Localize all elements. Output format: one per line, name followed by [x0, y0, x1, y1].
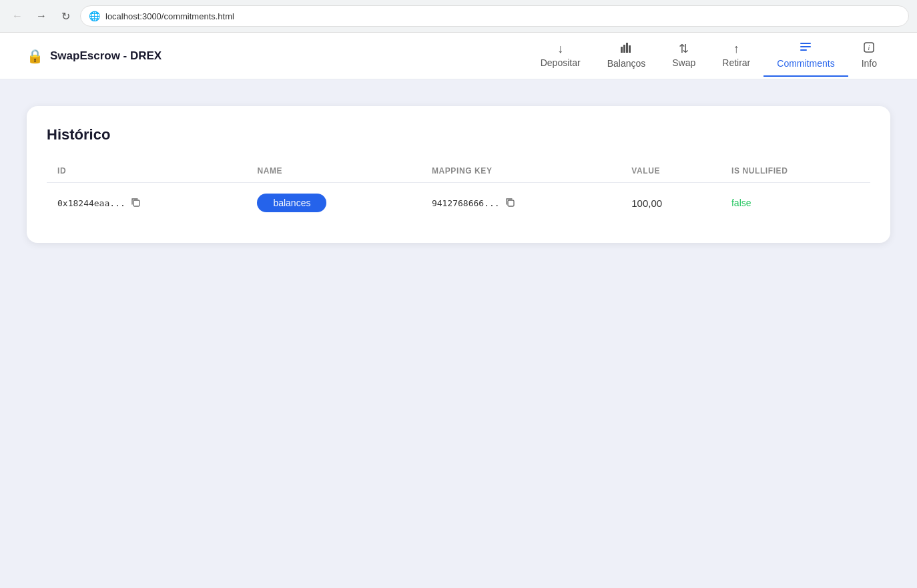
- svg-rect-10: [508, 200, 514, 206]
- name-badge: balances: [257, 194, 326, 212]
- svg-rect-9: [133, 200, 139, 206]
- copy-id-button[interactable]: [131, 198, 140, 209]
- cell-is-nullified: false: [721, 183, 870, 224]
- value-display: 100,00: [631, 198, 662, 209]
- copy-mapping-key-button[interactable]: [505, 198, 515, 209]
- nav-menu: ↓ Depositar Balanços ⇅ Swap: [527, 35, 890, 77]
- balancos-icon: [620, 41, 632, 55]
- app-header: 🔒 SwapEscrow - DREX ↓ Depositar: [0, 33, 917, 79]
- svg-rect-0: [621, 47, 623, 53]
- table-header: ID NAME MAPPING KEY VALUE IS NULLIFIED: [47, 160, 870, 183]
- cell-value: 100,00: [621, 183, 721, 224]
- browser-toolbar: ← → ↻ 🌐 localhost:3000/commitments.html: [0, 0, 917, 32]
- lock-icon: 🔒: [27, 48, 43, 64]
- historico-card: Histórico ID NAME MAPPING KEY VALUE IS N…: [27, 106, 890, 243]
- table-body: 0x18244eaa... balances: [47, 183, 870, 224]
- nav-label-commitments: Commitments: [777, 58, 834, 69]
- retirar-icon: ↑: [733, 43, 739, 55]
- nav-label-swap: Swap: [672, 57, 695, 68]
- cell-mapping-key: 9412768666...: [421, 183, 621, 224]
- nav-item-commitments[interactable]: Commitments: [763, 35, 848, 77]
- svg-rect-6: [800, 49, 807, 51]
- card-title: Histórico: [47, 126, 870, 143]
- browser-chrome: ← → ↻ 🌐 localhost:3000/commitments.html: [0, 0, 917, 33]
- forward-button[interactable]: →: [32, 7, 51, 25]
- svg-rect-3: [629, 45, 631, 53]
- col-name: NAME: [246, 160, 421, 183]
- nav-item-depositar[interactable]: ↓ Depositar: [527, 36, 594, 76]
- table-row: 0x18244eaa... balances: [47, 183, 870, 224]
- app-container: 🔒 SwapEscrow - DREX ↓ Depositar: [0, 33, 917, 588]
- nav-item-swap[interactable]: ⇅ Swap: [659, 36, 709, 76]
- nullified-value: false: [731, 198, 751, 208]
- cell-name: balances: [246, 183, 421, 224]
- svg-rect-5: [800, 46, 811, 47]
- col-mapping-key: MAPPING KEY: [421, 160, 621, 183]
- back-button[interactable]: ←: [8, 7, 27, 25]
- address-bar[interactable]: 🌐 localhost:3000/commitments.html: [80, 5, 909, 27]
- commitments-icon: [800, 41, 812, 55]
- svg-rect-2: [626, 43, 628, 53]
- id-value: 0x18244eaa...: [57, 198, 125, 208]
- info-icon: i: [863, 41, 875, 55]
- nav-label-depositar: Depositar: [541, 57, 581, 68]
- main-content: Histórico ID NAME MAPPING KEY VALUE IS N…: [0, 79, 917, 588]
- swap-icon: ⇅: [679, 43, 689, 55]
- brand: 🔒 SwapEscrow - DREX: [27, 48, 162, 64]
- depositar-icon: ↓: [557, 43, 563, 55]
- globe-icon: 🌐: [89, 11, 100, 21]
- nav-label-retirar: Retirar: [722, 57, 750, 68]
- col-value: VALUE: [621, 160, 721, 183]
- reload-button[interactable]: ↻: [56, 7, 75, 25]
- nav-item-balancos[interactable]: Balanços: [594, 35, 659, 77]
- nav-item-info[interactable]: i Info: [848, 35, 890, 77]
- brand-name: SwapEscrow - DREX: [50, 49, 162, 63]
- col-is-nullified: IS NULLIFIED: [721, 160, 870, 183]
- mapping-key-value: 9412768666...: [432, 198, 500, 208]
- svg-text:i: i: [868, 44, 870, 51]
- nav-item-retirar[interactable]: ↑ Retirar: [709, 36, 763, 76]
- nav-label-balancos: Balanços: [607, 58, 646, 69]
- svg-rect-4: [800, 43, 811, 44]
- nav-label-info: Info: [862, 58, 877, 69]
- svg-rect-1: [623, 45, 625, 53]
- commitments-table: ID NAME MAPPING KEY VALUE IS NULLIFIED 0…: [47, 160, 870, 223]
- col-id: ID: [47, 160, 246, 183]
- cell-id: 0x18244eaa...: [47, 183, 246, 224]
- url-text: localhost:3000/commitments.html: [105, 11, 234, 21]
